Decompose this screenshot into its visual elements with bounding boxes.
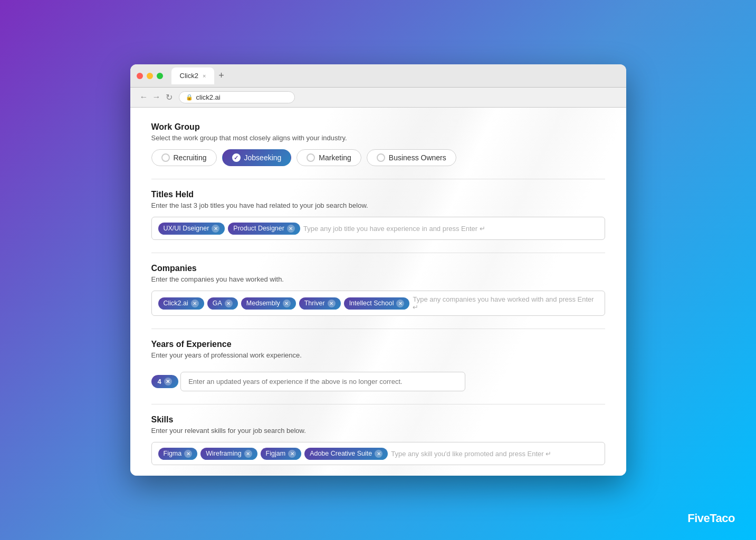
experience-title: Years of Experience xyxy=(151,340,605,349)
experience-value: 4 xyxy=(158,378,161,385)
tag-figma-remove[interactable]: ✕ xyxy=(184,450,192,458)
skills-section: Skills Enter your relevant skills for yo… xyxy=(151,415,605,465)
browser-tab[interactable]: Click2 × xyxy=(171,68,215,84)
tag-uxui-designer: UX/UI Dseigner ✕ xyxy=(158,223,225,235)
tag-adobe-label: Adobe Creative Suite xyxy=(310,450,372,457)
tag-thriver-label: Thriver xyxy=(304,300,325,307)
experience-input[interactable] xyxy=(180,372,465,391)
tag-intellect-school-remove[interactable]: ✕ xyxy=(396,300,404,307)
tag-click2ai-label: Click2.ai xyxy=(164,300,188,307)
tag-thriver: Thriver ✕ xyxy=(299,297,341,310)
tag-intellect-school-label: Intellect School xyxy=(349,300,394,307)
tab-title: Click2 xyxy=(180,72,198,80)
companies-section: Companies Enter the companies you have w… xyxy=(151,264,605,316)
tag-adobe-creative-suite: Adobe Creative Suite ✕ xyxy=(304,448,388,460)
minimize-button[interactable] xyxy=(147,73,153,79)
skills-tag-input[interactable]: Figma ✕ Wireframing ✕ Figjam ✕ Adobe Cre… xyxy=(151,442,605,465)
refresh-button[interactable]: ↻ xyxy=(164,92,175,102)
fivetaco-logo: FiveTaco xyxy=(687,512,735,525)
option-recruiting[interactable]: Recruiting xyxy=(151,149,217,166)
work-group-desc: Select the work group that most closely … xyxy=(151,134,605,142)
option-business-owners-label: Business Owners xyxy=(389,153,446,162)
radio-circle-marketing xyxy=(307,153,315,162)
tab-bar: Click2 × + xyxy=(171,68,620,84)
option-recruiting-label: Recruiting xyxy=(174,153,207,162)
divider-3 xyxy=(151,329,605,329)
skills-title: Skills xyxy=(151,415,605,425)
companies-desc: Enter the companies you have worked with… xyxy=(151,275,605,283)
companies-title: Companies xyxy=(151,264,605,273)
divider-1 xyxy=(151,179,605,179)
option-business-owners[interactable]: Business Owners xyxy=(367,149,456,166)
close-button[interactable] xyxy=(137,73,143,79)
titles-held-title: Titles Held xyxy=(151,190,605,199)
tag-figma-label: Figma xyxy=(164,450,182,457)
tag-ga: GA ✕ xyxy=(207,297,238,310)
forward-button[interactable]: → xyxy=(151,92,162,102)
tag-uxui-label: UX/UI Dseigner xyxy=(164,225,209,232)
work-group-title: Work Group xyxy=(151,122,605,132)
tag-thriver-remove[interactable]: ✕ xyxy=(328,300,336,307)
titles-placeholder: Type any job title you have experience i… xyxy=(303,225,598,233)
maximize-button[interactable] xyxy=(157,73,163,79)
option-jobseeking[interactable]: ✓ Jobseeking xyxy=(222,149,292,166)
experience-desc: Enter your years of professional work ex… xyxy=(151,351,605,359)
titles-tag-input[interactable]: UX/UI Dseigner ✕ Product Designer ✕ Type… xyxy=(151,217,605,240)
radio-circle-business-owners xyxy=(377,153,385,162)
option-marketing[interactable]: Marketing xyxy=(296,149,361,166)
tag-wireframing-remove[interactable]: ✕ xyxy=(244,450,252,458)
tag-ga-remove[interactable]: ✕ xyxy=(225,300,233,307)
tag-product-designer: Product Designer ✕ xyxy=(228,223,300,235)
tag-product-label: Product Designer xyxy=(233,225,284,232)
tag-figjam-remove[interactable]: ✕ xyxy=(288,450,296,458)
tag-medsembly-remove[interactable]: ✕ xyxy=(283,300,291,307)
radio-circle-jobseeking: ✓ xyxy=(232,153,241,162)
tag-uxui-remove[interactable]: ✕ xyxy=(212,225,219,233)
experience-remove[interactable]: ✕ xyxy=(164,378,172,385)
skills-placeholder: Type any skill you'd like promoted and p… xyxy=(391,450,598,458)
tag-medsembly-label: Medsembly xyxy=(246,300,280,307)
address-bar[interactable]: 🔒 click2.ai xyxy=(179,91,295,103)
address-text: click2.ai xyxy=(196,93,221,101)
option-marketing-label: Marketing xyxy=(319,153,351,162)
radio-circle-recruiting xyxy=(161,153,170,162)
experience-badge: 4 ✕ xyxy=(151,375,178,388)
back-button[interactable]: ← xyxy=(139,92,149,102)
tag-intellect-school: Intellect School ✕ xyxy=(344,297,410,310)
titles-held-section: Titles Held Enter the last 3 job titles … xyxy=(151,190,605,240)
divider-2 xyxy=(151,253,605,253)
lock-icon: 🔒 xyxy=(186,94,193,101)
companies-placeholder: Type any companies you have worked with … xyxy=(413,295,598,311)
skills-desc: Enter your relevant skills for your job … xyxy=(151,427,605,435)
tag-adobe-remove[interactable]: ✕ xyxy=(375,450,382,458)
browser-addressbar: ← → ↻ 🔒 click2.ai xyxy=(130,88,626,108)
divider-4 xyxy=(151,404,605,404)
tag-click2ai-remove[interactable]: ✕ xyxy=(191,300,199,307)
browser-window: Click2 × + ← → ↻ 🔒 click2.ai Work Group … xyxy=(130,64,626,476)
tag-click2ai: Click2.ai ✕ xyxy=(158,297,204,310)
new-tab-button[interactable]: + xyxy=(218,70,224,81)
option-jobseeking-label: Jobseeking xyxy=(244,153,282,162)
work-group-section: Work Group Select the work group that mo… xyxy=(151,122,605,166)
tag-ga-label: GA xyxy=(213,300,222,307)
tag-product-remove[interactable]: ✕ xyxy=(287,225,295,233)
companies-tag-input[interactable]: Click2.ai ✕ GA ✕ Medsembly ✕ Thriver ✕ I… xyxy=(151,291,605,316)
browser-titlebar: Click2 × + xyxy=(130,64,626,88)
tag-figjam-label: Figjam xyxy=(266,450,286,457)
tab-close-button[interactable]: × xyxy=(203,73,206,79)
tag-figjam: Figjam ✕ xyxy=(261,448,302,460)
work-group-options: Recruiting ✓ Jobseeking Marketing Busine… xyxy=(151,149,605,166)
tag-wireframing-label: Wireframing xyxy=(206,450,241,457)
tag-medsembly: Medsembly ✕ xyxy=(241,297,296,310)
titles-held-desc: Enter the last 3 job titles you have had… xyxy=(151,201,605,209)
fivetaco-label: FiveTaco xyxy=(687,512,735,525)
nav-buttons: ← → ↻ xyxy=(139,92,175,102)
traffic-lights xyxy=(137,73,163,79)
tag-figma: Figma ✕ xyxy=(158,448,198,460)
page-content: Work Group Select the work group that mo… xyxy=(130,108,626,476)
experience-section: Years of Experience Enter your years of … xyxy=(151,340,605,391)
tag-wireframing: Wireframing ✕ xyxy=(200,448,257,460)
